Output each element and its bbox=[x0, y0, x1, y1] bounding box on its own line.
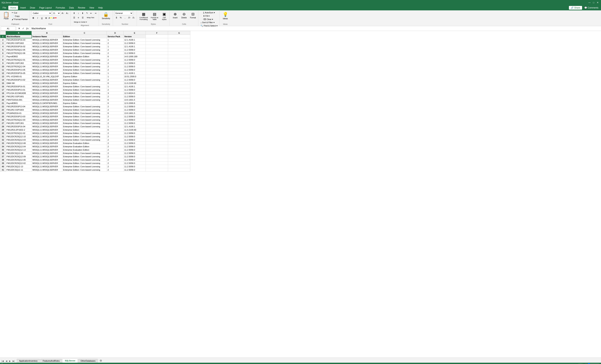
row-header-33[interactable]: 33 bbox=[0, 142, 6, 145]
table-row[interactable]: FW12R2-SSP1301 bbox=[6, 122, 32, 125]
table-row[interactable]: FW12STR2SQ12-04 bbox=[6, 65, 32, 68]
wrap-text-button[interactable]: Wrap Text bbox=[85, 16, 96, 20]
table-row[interactable]: 2 bbox=[107, 162, 123, 165]
table-row[interactable]: FPLWIN2016-01 bbox=[6, 112, 32, 115]
table-row[interactable]: Enterprise Edition: Core-based Licensing bbox=[62, 78, 107, 82]
table-row[interactable]: FW12R2DSSP16-04 bbox=[6, 125, 32, 128]
row-header-5[interactable]: 5 bbox=[0, 48, 6, 51]
table-row[interactable]: 13.0.1601.5 bbox=[123, 112, 146, 115]
table-row[interactable]: MSSQL11.MSSQLSERVER bbox=[32, 128, 62, 132]
table-row[interactable]: 1 bbox=[107, 75, 123, 78]
table-row[interactable]: FW12STR2SQ12-01 bbox=[6, 58, 32, 61]
table-row[interactable]: MSSQL11.MSSQLSERVER bbox=[32, 132, 62, 135]
table-row[interactable]: 11.2.5058.0 bbox=[123, 51, 146, 55]
table-row[interactable]: 12.1.4100.1 bbox=[123, 85, 146, 88]
comments-button[interactable]: 💬 Comments bbox=[582, 6, 600, 10]
table-row[interactable]: Enterprise Edition: Core-based Licensing bbox=[62, 155, 107, 158]
row-header-18[interactable]: 18 bbox=[0, 92, 6, 95]
minimize-button[interactable]: — bbox=[588, 1, 591, 4]
table-row[interactable]: MSSQL11.MSSQLSERVER bbox=[32, 85, 62, 88]
format-as-table-button[interactable]: ▤ Format asTable bbox=[150, 11, 160, 21]
table-row[interactable]: Instance Name bbox=[32, 35, 62, 38]
table-row[interactable]: FW12R2DSSP13-03 bbox=[6, 115, 32, 118]
tab-other-databases[interactable]: OtherDatabases bbox=[78, 359, 98, 363]
menu-help[interactable]: Help bbox=[96, 6, 105, 10]
underline-button[interactable]: U bbox=[40, 16, 44, 20]
table-row[interactable]: MSSQL11.MSSQLSERVER bbox=[32, 115, 62, 118]
align-left-button[interactable]: ☰ bbox=[72, 16, 76, 20]
table-row[interactable]: MSSQL11.MSSQLSERVER bbox=[32, 82, 62, 85]
table-row[interactable]: Enterprise Edition: Core-based Licensing bbox=[62, 158, 107, 162]
table-row[interactable]: 11.2.5058.0 bbox=[123, 122, 146, 125]
table-row[interactable]: Enterprise Edition: Core-based Licensing bbox=[62, 115, 107, 118]
menu-draw[interactable]: Draw bbox=[28, 6, 37, 10]
table-row[interactable]: FW12STR2SQ12-02 bbox=[6, 132, 32, 135]
table-row[interactable]: 1 bbox=[107, 45, 123, 48]
table-row[interactable]: Enterprise Edition: Core-based Licensing bbox=[62, 51, 107, 55]
table-row[interactable]: 11.2.5058.0 bbox=[123, 145, 146, 148]
share-button[interactable]: 🔗 Share bbox=[569, 6, 582, 10]
tab-first-button[interactable]: |◀ bbox=[1, 359, 4, 363]
tab-sqlserver[interactable]: SQLServer bbox=[62, 359, 78, 363]
decrease-font-button[interactable]: A↓ bbox=[65, 11, 69, 15]
tab-application-inventory[interactable]: ApplicationInventory bbox=[17, 359, 40, 363]
row-header-26[interactable]: 26 bbox=[0, 118, 6, 122]
table-row[interactable]: 12.1.4100.1 bbox=[123, 125, 146, 128]
table-row[interactable]: 2 bbox=[107, 88, 123, 92]
table-row[interactable]: FW12DCR2SQ12-10 bbox=[6, 135, 32, 138]
table-row[interactable]: MSSQL11.MSSQLSERVER bbox=[32, 105, 62, 108]
table-row[interactable]: 0 bbox=[107, 82, 123, 85]
table-row[interactable]: MSSQL11.MSSQLSERVER bbox=[32, 145, 62, 148]
table-row[interactable]: 3 bbox=[107, 92, 123, 95]
autosum-button[interactable]: Σ AutoSum ▾ bbox=[202, 11, 216, 14]
table-row[interactable]: 11.2.5058.0 bbox=[123, 132, 146, 135]
table-row[interactable]: 11.2.5058.0 bbox=[123, 68, 146, 71]
table-row[interactable]: 1 bbox=[107, 71, 123, 75]
font-size-select[interactable]: 11 bbox=[52, 11, 60, 15]
menu-view[interactable]: View bbox=[88, 6, 96, 10]
formula-input[interactable] bbox=[31, 27, 600, 30]
row-header-30[interactable]: 30 bbox=[0, 132, 6, 135]
table-row[interactable]: 2 bbox=[107, 78, 123, 82]
table-row[interactable]: 11.2.5058.0 bbox=[123, 95, 146, 98]
table-row[interactable]: Enterprise Evaluation Edition bbox=[62, 55, 107, 58]
col-header-F[interactable]: F bbox=[146, 31, 168, 35]
table-row[interactable]: Enterprise Edition: Core-based Licensing bbox=[62, 112, 107, 115]
menu-page-layout[interactable]: Page Layout bbox=[37, 6, 53, 10]
table-row[interactable]: 0 bbox=[107, 98, 123, 102]
row-header-2[interactable]: 2 bbox=[0, 38, 6, 41]
row-header-17[interactable]: 17 bbox=[0, 88, 6, 92]
table-row[interactable]: MSSQL11.MSSQLSERVER bbox=[32, 51, 62, 55]
row-header-38[interactable]: 38 bbox=[0, 158, 6, 162]
table-row[interactable]: 11.2.5058.0 bbox=[123, 148, 146, 152]
table-row[interactable]: MSSQL12.MSSQLSERVER bbox=[32, 92, 62, 95]
table-row[interactable]: 11.2.5058.0 bbox=[123, 115, 146, 118]
table-row[interactable]: 11.0.2100.60 bbox=[123, 82, 146, 85]
table-row[interactable]: 12.3.6024.0 bbox=[123, 92, 146, 95]
row-header-32[interactable]: 32 bbox=[0, 138, 6, 142]
clear-button[interactable]: ⌫ Clear ▾ bbox=[202, 18, 214, 21]
table-row[interactable]: FW12R2DSSP16-02 bbox=[6, 45, 32, 48]
table-row[interactable]: 2 bbox=[107, 135, 123, 138]
table-row[interactable]: Enterprise Edition: Core-based Licensing bbox=[62, 88, 107, 92]
row-header-37[interactable]: 37 bbox=[0, 155, 6, 158]
table-row[interactable]: 2 bbox=[107, 138, 123, 142]
table-row[interactable]: Enterprise Edition: Core-based Licensing bbox=[62, 68, 107, 71]
table-row[interactable]: MSSQL11.MSSQLSERVER bbox=[32, 88, 62, 92]
table-row[interactable]: MSSQL11.MSSQLSERVER bbox=[32, 108, 62, 112]
table-row[interactable]: Enterprise Edition: Core-based Licensing bbox=[62, 98, 107, 102]
row-header-9[interactable]: 9 bbox=[0, 61, 6, 65]
view-normal-icon[interactable]: ⊞ bbox=[569, 364, 570, 364]
table-row[interactable]: FWSTD2016-001 bbox=[6, 98, 32, 102]
table-row[interactable]: FW12R2DSSP13-02 bbox=[6, 78, 32, 82]
comma-button[interactable]: , bbox=[123, 16, 127, 20]
row-header-29[interactable]: 29 bbox=[0, 128, 6, 132]
menu-insert[interactable]: Insert bbox=[18, 6, 28, 10]
table-row[interactable]: 11.2.5058.0 bbox=[123, 105, 146, 108]
text-direction-button[interactable]: ↰ bbox=[85, 11, 89, 15]
row-header-3[interactable]: 3 bbox=[0, 41, 6, 45]
table-row[interactable]: 2 bbox=[107, 148, 123, 152]
table-row[interactable]: 2 bbox=[107, 118, 123, 122]
table-row[interactable]: Enterprise Evaluation Edition bbox=[62, 145, 107, 148]
table-row[interactable]: Enterprise Edition: Core-based Licensing bbox=[62, 118, 107, 122]
